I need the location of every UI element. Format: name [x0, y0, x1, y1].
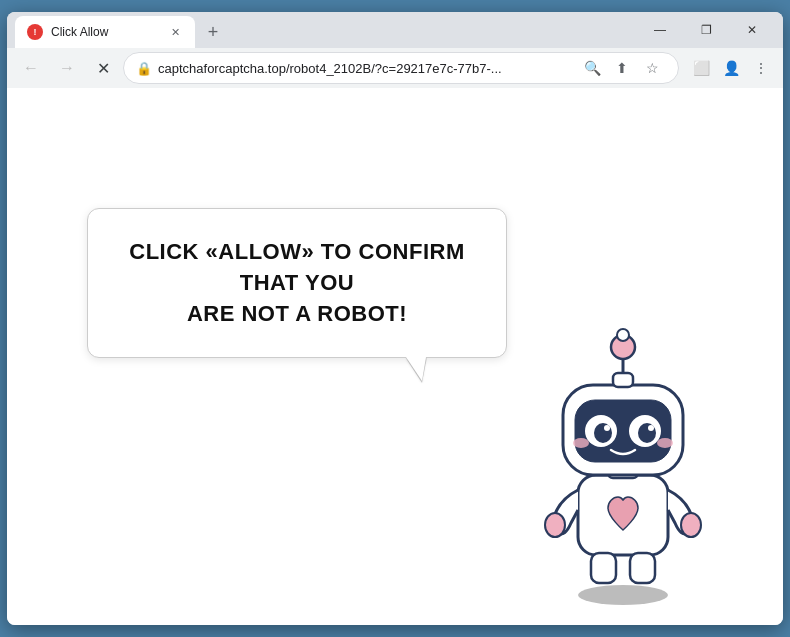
- toolbar-actions: ⬜ 👤 ⋮: [687, 54, 775, 82]
- close-button[interactable]: ✕: [729, 12, 775, 48]
- tab-favicon: !: [27, 24, 43, 40]
- extensions-button[interactable]: ⬜: [687, 54, 715, 82]
- svg-rect-5: [630, 553, 655, 583]
- svg-point-20: [617, 329, 629, 341]
- new-tab-button[interactable]: +: [199, 18, 227, 46]
- robot-svg: [523, 265, 723, 605]
- svg-point-13: [604, 425, 610, 431]
- tabs-area: ! Click Allow ✕ +: [15, 12, 637, 48]
- robot-illustration: [523, 265, 723, 605]
- nav-bar: ← → ✕ 🔒 captchaforcaptcha.top/robot4_210…: [7, 48, 783, 88]
- profile-button[interactable]: 👤: [717, 54, 745, 82]
- svg-point-2: [545, 513, 565, 537]
- maximize-button[interactable]: ❐: [683, 12, 729, 48]
- minimize-button[interactable]: —: [637, 12, 683, 48]
- search-button[interactable]: 🔍: [578, 54, 606, 82]
- menu-button[interactable]: ⋮: [747, 54, 775, 82]
- url-text: captchaforcaptcha.top/robot4_2102B/?c=29…: [158, 61, 572, 76]
- svg-rect-4: [591, 553, 616, 583]
- window-controls: — ❐ ✕: [637, 12, 775, 48]
- address-actions: 🔍 ⬆ ☆: [578, 54, 666, 82]
- lock-icon: 🔒: [136, 61, 152, 76]
- active-tab[interactable]: ! Click Allow ✕: [15, 16, 195, 48]
- share-button[interactable]: ⬆: [608, 54, 636, 82]
- browser-window: ! Click Allow ✕ + — ❐ ✕ ← → ✕: [7, 12, 783, 625]
- svg-point-15: [573, 438, 589, 448]
- bookmark-button[interactable]: ☆: [638, 54, 666, 82]
- svg-rect-17: [613, 373, 633, 387]
- reload-button[interactable]: ✕: [87, 52, 119, 84]
- bubble-text: CLICK «ALLOW» TO CONFIRM THAT YOU ARE NO…: [128, 237, 466, 329]
- speech-bubble: CLICK «ALLOW» TO CONFIRM THAT YOU ARE NO…: [87, 208, 507, 358]
- title-bar: ! Click Allow ✕ + — ❐ ✕: [7, 12, 783, 48]
- address-bar[interactable]: 🔒 captchaforcaptcha.top/robot4_2102B/?c=…: [123, 52, 679, 84]
- svg-point-14: [648, 425, 654, 431]
- svg-point-3: [681, 513, 701, 537]
- tab-title: Click Allow: [51, 25, 159, 39]
- back-button[interactable]: ←: [15, 52, 47, 84]
- svg-point-16: [657, 438, 673, 448]
- svg-point-12: [638, 423, 656, 443]
- forward-button[interactable]: →: [51, 52, 83, 84]
- tab-close-button[interactable]: ✕: [167, 24, 183, 40]
- svg-point-11: [594, 423, 612, 443]
- svg-point-0: [578, 585, 668, 605]
- page-content: CLICK «ALLOW» TO CONFIRM THAT YOU ARE NO…: [7, 88, 783, 625]
